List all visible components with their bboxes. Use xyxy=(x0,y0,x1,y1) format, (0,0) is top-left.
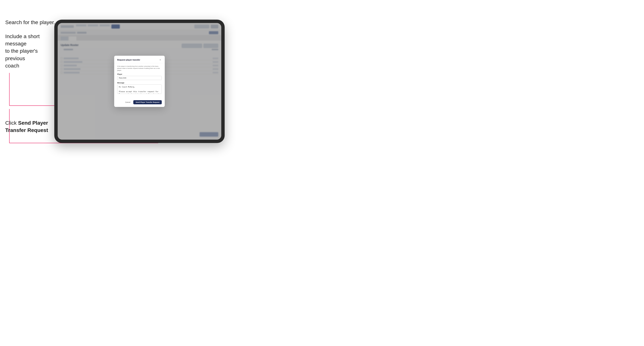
annotation-text-message: Include a short messageto the player's p… xyxy=(5,33,54,69)
annotation-area: Search for the player. Include a short m… xyxy=(0,0,56,346)
modal-overlay: Request player transfer × If the player … xyxy=(58,23,221,140)
annotation-text-click: Click Send PlayerTransfer Request xyxy=(5,119,56,134)
player-field-label: Player xyxy=(117,73,162,75)
modal-close-button[interactable]: × xyxy=(159,58,162,61)
send-transfer-request-button[interactable]: Send Player Transfer Request xyxy=(133,100,162,104)
cancel-button[interactable]: Cancel xyxy=(124,101,132,104)
tablet-screen: Update Roster xyxy=(58,23,221,140)
annotation-bold-text: Send PlayerTransfer Request xyxy=(5,120,48,133)
modal-body: If the player is transferring from anoth… xyxy=(114,63,165,99)
modal-footer: Cancel Send Player Transfer Request xyxy=(114,99,165,107)
player-search-input[interactable] xyxy=(117,76,162,80)
modal-title: Request player transfer xyxy=(117,59,140,61)
modal-description: If the player is transferring from anoth… xyxy=(117,65,162,72)
request-transfer-modal: Request player transfer × If the player … xyxy=(114,56,165,107)
message-field-label: Message xyxy=(117,82,162,84)
annotation-text-search: Search for the player. xyxy=(5,19,55,26)
modal-header: Request player transfer × xyxy=(114,56,165,63)
tablet-device: Update Roster xyxy=(54,20,225,143)
message-textarea[interactable]: Hi Coach McHarg, Please accept this tran… xyxy=(117,84,162,94)
